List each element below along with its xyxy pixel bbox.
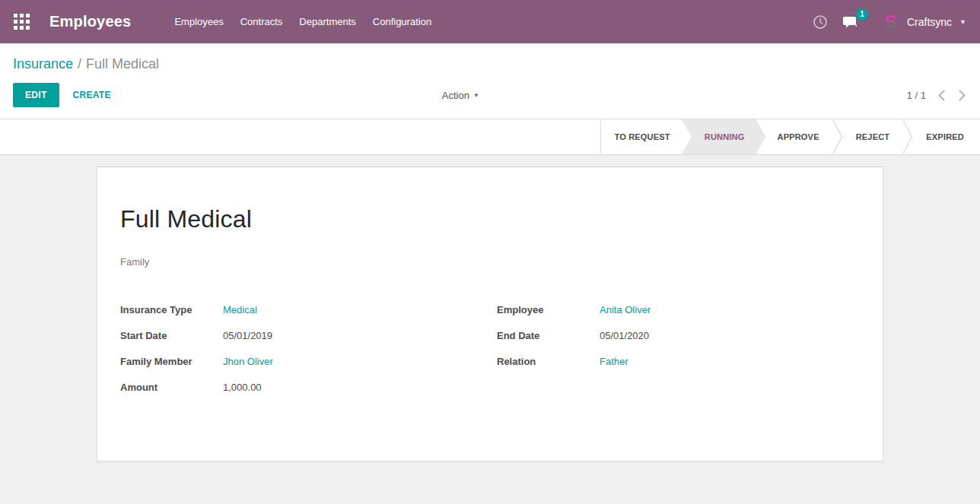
- messages-button[interactable]: 1: [843, 14, 860, 30]
- field-family-member: Family Member Jhon Oliver: [120, 356, 497, 371]
- field-groups: Insurance Type Medical Start Date 05/01/…: [120, 304, 860, 407]
- statusbar: TO REQUEST RUNNING APPROVE REJECT EXPIRE…: [600, 119, 977, 154]
- breadcrumb-separator: /: [78, 56, 81, 71]
- status-expired[interactable]: EXPIRED: [913, 119, 977, 154]
- field-start-date: Start Date 05/01/2019: [120, 330, 497, 345]
- pager-previous-button[interactable]: [937, 88, 947, 103]
- pager-next-button[interactable]: [957, 88, 967, 103]
- field-relation: Relation Father: [497, 356, 860, 371]
- record-subtitle: Family: [120, 256, 860, 268]
- activities-button[interactable]: [813, 14, 828, 30]
- control-panel-buttons-row: EDIT CREATE Action ▼ 1 / 1: [0, 74, 980, 119]
- breadcrumb-current: Full Medical: [86, 56, 159, 71]
- edit-button[interactable]: EDIT: [13, 83, 59, 107]
- field-label: Insurance Type: [120, 304, 223, 315]
- create-button[interactable]: CREATE: [73, 90, 111, 100]
- chevron-down-icon: ▼: [959, 18, 966, 26]
- nav-item-employees[interactable]: Employees: [166, 11, 231, 32]
- record-sheet: Full Medical Family Insurance Type Medic…: [97, 166, 883, 461]
- field-label: Employee: [497, 304, 600, 315]
- field-value-link[interactable]: Medical: [223, 304, 257, 315]
- nav-item-configuration[interactable]: Configuration: [364, 11, 440, 32]
- field-group-left: Insurance Type Medical Start Date 05/01/…: [120, 304, 497, 407]
- chevron-right-icon: [959, 90, 966, 101]
- field-insurance-type: Insurance Type Medical: [120, 304, 497, 319]
- form-view-content: Full Medical Family Insurance Type Medic…: [0, 155, 980, 504]
- status-reject[interactable]: REJECT: [843, 119, 903, 154]
- action-dropdown[interactable]: Action ▼: [442, 90, 479, 101]
- field-value-link[interactable]: Jhon Oliver: [223, 356, 273, 367]
- action-dropdown-label: Action: [442, 90, 469, 101]
- nav-menu: Employees Contracts Departments Configur…: [166, 11, 440, 32]
- pager-count: 1 / 1: [907, 90, 926, 101]
- field-employee: Employee Anita Oliver: [497, 304, 860, 319]
- control-panel: Insurance/Full Medical EDIT CREATE Actio…: [0, 43, 980, 119]
- field-value: 1,000.00: [223, 382, 262, 393]
- field-value-link[interactable]: Father: [600, 356, 628, 367]
- app-name[interactable]: Employees: [49, 13, 131, 30]
- nav-item-contracts[interactable]: Contracts: [232, 11, 291, 32]
- user-avatar: S: [881, 12, 901, 32]
- user-menu[interactable]: S Craftsync ▼: [881, 12, 966, 32]
- status-approve[interactable]: APPROVE: [764, 119, 832, 154]
- nav-right-group: 1 S Craftsync ▼: [813, 12, 966, 32]
- chevron-separator-icon: [902, 119, 913, 154]
- status-running-active[interactable]: RUNNING: [682, 119, 766, 154]
- top-navbar: Employees Employees Contracts Department…: [0, 0, 980, 43]
- breadcrumb-parent-link[interactable]: Insurance: [13, 56, 73, 71]
- statusbar-strip: TO REQUEST RUNNING APPROVE REJECT EXPIRE…: [0, 119, 980, 155]
- field-label: End Date: [497, 330, 600, 341]
- clock-icon: [813, 14, 828, 30]
- field-label: Amount: [120, 382, 223, 393]
- field-label: Relation: [497, 356, 600, 367]
- nav-item-departments[interactable]: Departments: [291, 11, 364, 32]
- field-label: Start Date: [120, 330, 223, 341]
- breadcrumb: Insurance/Full Medical: [0, 43, 980, 74]
- message-count-badge: 1: [856, 8, 868, 21]
- status-to-request[interactable]: TO REQUEST: [601, 119, 682, 154]
- field-value: 05/01/2019: [223, 330, 272, 341]
- user-name: Craftsync: [907, 16, 952, 28]
- chevron-left-icon: [938, 90, 945, 101]
- field-value-link[interactable]: Anita Oliver: [600, 304, 651, 315]
- field-end-date: End Date 05/01/2020: [497, 330, 860, 345]
- chevron-separator-icon: [832, 119, 843, 154]
- apps-menu-icon[interactable]: [14, 14, 30, 30]
- field-group-right: Employee Anita Oliver End Date 05/01/202…: [497, 304, 860, 407]
- record-title: Full Medical: [120, 205, 860, 233]
- field-value: 05/01/2020: [600, 330, 649, 341]
- chevron-down-icon: ▼: [473, 92, 479, 99]
- field-label: Family Member: [120, 356, 223, 367]
- field-amount: Amount 1,000.00: [120, 382, 497, 397]
- pager: 1 / 1: [907, 88, 967, 103]
